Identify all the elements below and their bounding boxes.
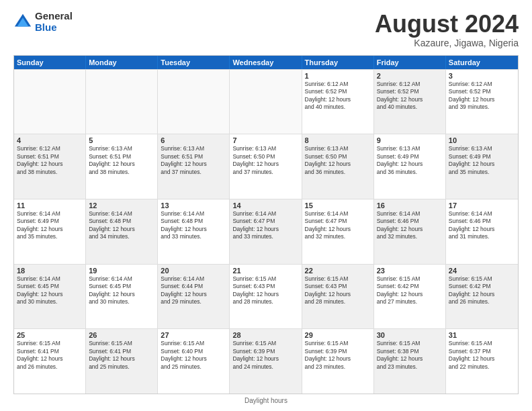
day-number: 12 xyxy=(89,201,154,210)
day-info: Sunrise: 6:13 AM Sunset: 6:50 PM Dayligh… xyxy=(232,145,298,176)
day-info: Sunrise: 6:14 AM Sunset: 6:48 PM Dayligh… xyxy=(161,210,226,241)
day-info: Sunrise: 6:13 AM Sunset: 6:49 PM Dayligh… xyxy=(377,145,443,176)
calendar-header-cell: Saturday xyxy=(446,56,518,69)
calendar-row: 11Sunrise: 6:14 AM Sunset: 6:49 PM Dayli… xyxy=(14,199,518,264)
day-info: Sunrise: 6:15 AM Sunset: 6:42 PM Dayligh… xyxy=(377,275,443,306)
calendar-header-cell: Thursday xyxy=(302,56,374,69)
day-number: 16 xyxy=(377,201,443,210)
calendar-header: SundayMondayTuesdayWednesdayThursdayFrid… xyxy=(14,56,518,69)
day-info: Sunrise: 6:15 AM Sunset: 6:40 PM Dayligh… xyxy=(161,340,226,371)
day-info: Sunrise: 6:15 AM Sunset: 6:37 PM Dayligh… xyxy=(449,340,515,371)
calendar-header-cell: Monday xyxy=(86,56,158,69)
calendar-cell: 9Sunrise: 6:13 AM Sunset: 6:49 PM Daylig… xyxy=(374,134,446,199)
day-info: Sunrise: 6:13 AM Sunset: 6:49 PM Dayligh… xyxy=(449,145,515,176)
day-number: 9 xyxy=(377,136,443,144)
day-info: Sunrise: 6:14 AM Sunset: 6:48 PM Dayligh… xyxy=(89,210,154,241)
day-info: Sunrise: 6:15 AM Sunset: 6:41 PM Dayligh… xyxy=(89,340,154,371)
calendar-cell: 21Sunrise: 6:15 AM Sunset: 6:43 PM Dayli… xyxy=(230,265,302,329)
day-info: Sunrise: 6:14 AM Sunset: 6:47 PM Dayligh… xyxy=(232,210,298,241)
calendar-cell xyxy=(158,70,230,134)
day-number: 19 xyxy=(89,267,154,275)
day-info: Sunrise: 6:13 AM Sunset: 6:50 PM Dayligh… xyxy=(305,145,371,176)
logo-icon xyxy=(13,13,32,32)
calendar-cell: 22Sunrise: 6:15 AM Sunset: 6:43 PM Dayli… xyxy=(302,265,374,329)
day-number: 30 xyxy=(377,331,443,339)
day-info: Sunrise: 6:13 AM Sunset: 6:51 PM Dayligh… xyxy=(161,145,226,176)
calendar-cell: 23Sunrise: 6:15 AM Sunset: 6:42 PM Dayli… xyxy=(374,265,446,329)
day-info: Sunrise: 6:12 AM Sunset: 6:52 PM Dayligh… xyxy=(377,81,443,111)
calendar-row: 1Sunrise: 6:12 AM Sunset: 6:52 PM Daylig… xyxy=(14,69,518,134)
calendar: SundayMondayTuesdayWednesdayThursdayFrid… xyxy=(13,55,519,394)
footer-note: Daylight hours xyxy=(13,397,519,404)
calendar-cell: 27Sunrise: 6:15 AM Sunset: 6:40 PM Dayli… xyxy=(158,329,230,394)
day-info: Sunrise: 6:12 AM Sunset: 6:52 PM Dayligh… xyxy=(305,81,371,111)
header: General Blue August 2024 Kazaure, Jigawa… xyxy=(13,11,519,48)
logo-general: General xyxy=(35,11,73,22)
day-info: Sunrise: 6:15 AM Sunset: 6:43 PM Dayligh… xyxy=(305,275,371,306)
day-number: 27 xyxy=(161,331,226,339)
calendar-cell: 18Sunrise: 6:14 AM Sunset: 6:45 PM Dayli… xyxy=(14,265,86,329)
calendar-cell: 2Sunrise: 6:12 AM Sunset: 6:52 PM Daylig… xyxy=(374,70,446,134)
calendar-cell: 15Sunrise: 6:14 AM Sunset: 6:47 PM Dayli… xyxy=(302,199,374,264)
day-number: 18 xyxy=(17,267,83,275)
day-number: 20 xyxy=(161,267,226,275)
logo-text: General Blue xyxy=(35,11,73,33)
calendar-cell: 8Sunrise: 6:13 AM Sunset: 6:50 PM Daylig… xyxy=(302,134,374,199)
day-number: 28 xyxy=(232,331,298,339)
day-number: 6 xyxy=(161,136,226,144)
calendar-cell: 12Sunrise: 6:14 AM Sunset: 6:48 PM Dayli… xyxy=(86,199,158,264)
calendar-cell: 10Sunrise: 6:13 AM Sunset: 6:49 PM Dayli… xyxy=(446,134,518,199)
day-info: Sunrise: 6:15 AM Sunset: 6:38 PM Dayligh… xyxy=(377,340,443,371)
calendar-row: 25Sunrise: 6:15 AM Sunset: 6:41 PM Dayli… xyxy=(14,328,518,394)
calendar-cell: 16Sunrise: 6:14 AM Sunset: 6:46 PM Dayli… xyxy=(374,199,446,264)
calendar-body: 1Sunrise: 6:12 AM Sunset: 6:52 PM Daylig… xyxy=(14,69,518,394)
day-number: 23 xyxy=(377,267,443,275)
day-number: 5 xyxy=(89,136,154,144)
title-area: August 2024 Kazaure, Jigawa, Nigeria xyxy=(375,11,519,48)
day-info: Sunrise: 6:14 AM Sunset: 6:49 PM Dayligh… xyxy=(17,210,83,241)
logo: General Blue xyxy=(13,11,73,33)
calendar-cell: 11Sunrise: 6:14 AM Sunset: 6:49 PM Dayli… xyxy=(14,199,86,264)
day-number: 17 xyxy=(449,201,515,210)
calendar-cell: 14Sunrise: 6:14 AM Sunset: 6:47 PM Dayli… xyxy=(230,199,302,264)
day-number: 7 xyxy=(232,136,298,144)
calendar-header-cell: Friday xyxy=(374,56,446,69)
day-info: Sunrise: 6:14 AM Sunset: 6:45 PM Dayligh… xyxy=(17,275,83,306)
calendar-cell: 19Sunrise: 6:14 AM Sunset: 6:45 PM Dayli… xyxy=(86,265,158,329)
day-info: Sunrise: 6:12 AM Sunset: 6:51 PM Dayligh… xyxy=(17,145,83,176)
day-number: 1 xyxy=(305,72,371,80)
day-number: 14 xyxy=(232,201,298,210)
day-number: 29 xyxy=(305,331,371,339)
calendar-row: 4Sunrise: 6:12 AM Sunset: 6:51 PM Daylig… xyxy=(14,134,518,199)
calendar-row: 18Sunrise: 6:14 AM Sunset: 6:45 PM Dayli… xyxy=(14,264,518,329)
day-number: 25 xyxy=(17,331,83,339)
calendar-cell: 29Sunrise: 6:15 AM Sunset: 6:39 PM Dayli… xyxy=(302,329,374,394)
calendar-cell: 17Sunrise: 6:14 AM Sunset: 6:46 PM Dayli… xyxy=(446,199,518,264)
calendar-cell: 13Sunrise: 6:14 AM Sunset: 6:48 PM Dayli… xyxy=(158,199,230,264)
day-number: 4 xyxy=(17,136,83,144)
day-number: 3 xyxy=(449,72,515,80)
day-number: 26 xyxy=(89,331,154,339)
calendar-cell: 3Sunrise: 6:12 AM Sunset: 6:52 PM Daylig… xyxy=(446,70,518,134)
day-number: 2 xyxy=(377,72,443,80)
calendar-cell: 28Sunrise: 6:15 AM Sunset: 6:39 PM Dayli… xyxy=(230,329,302,394)
page: General Blue August 2024 Kazaure, Jigawa… xyxy=(0,0,532,411)
day-info: Sunrise: 6:15 AM Sunset: 6:42 PM Dayligh… xyxy=(449,275,515,306)
calendar-cell xyxy=(14,70,86,134)
calendar-header-cell: Sunday xyxy=(14,56,86,69)
calendar-cell: 1Sunrise: 6:12 AM Sunset: 6:52 PM Daylig… xyxy=(302,70,374,134)
calendar-cell xyxy=(230,70,302,134)
calendar-cell: 20Sunrise: 6:14 AM Sunset: 6:44 PM Dayli… xyxy=(158,265,230,329)
day-info: Sunrise: 6:14 AM Sunset: 6:46 PM Dayligh… xyxy=(449,210,515,241)
calendar-cell: 7Sunrise: 6:13 AM Sunset: 6:50 PM Daylig… xyxy=(230,134,302,199)
day-number: 22 xyxy=(305,267,371,275)
calendar-header-cell: Wednesday xyxy=(230,56,302,69)
calendar-cell: 25Sunrise: 6:15 AM Sunset: 6:41 PM Dayli… xyxy=(14,329,86,394)
day-info: Sunrise: 6:15 AM Sunset: 6:39 PM Dayligh… xyxy=(305,340,371,371)
logo-blue: Blue xyxy=(35,22,73,34)
calendar-cell: 31Sunrise: 6:15 AM Sunset: 6:37 PM Dayli… xyxy=(446,329,518,394)
calendar-cell: 6Sunrise: 6:13 AM Sunset: 6:51 PM Daylig… xyxy=(158,134,230,199)
day-number: 13 xyxy=(161,201,226,210)
day-number: 8 xyxy=(305,136,371,144)
day-number: 24 xyxy=(449,267,515,275)
